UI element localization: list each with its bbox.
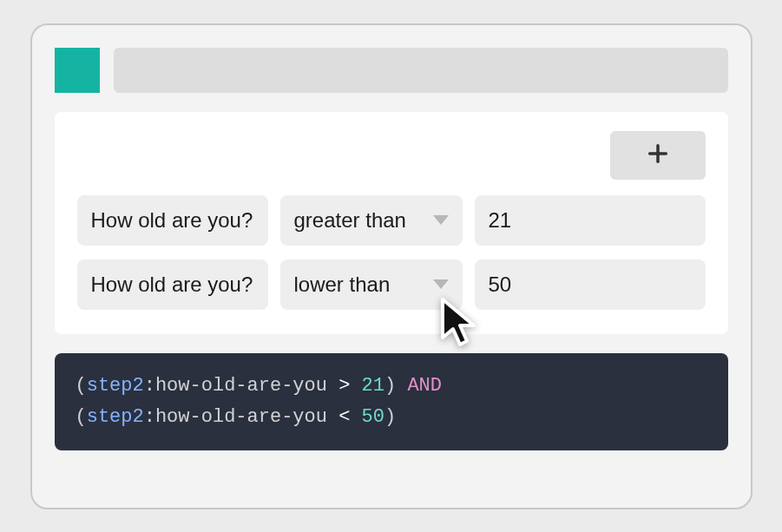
header-placeholder-bar: [114, 48, 728, 93]
conditions-rows: How old are you? greater than 21 How old…: [77, 195, 706, 310]
code-colon: :: [144, 375, 155, 397]
chevron-down-icon: [433, 279, 449, 290]
add-condition-button[interactable]: [610, 131, 706, 180]
operator-label: greater than: [294, 208, 406, 233]
value-text: 21: [489, 208, 512, 233]
value-text: 50: [489, 273, 512, 297]
paren-open: (: [76, 375, 87, 397]
step-color-swatch: [55, 48, 100, 93]
code-slug: how-old-are-you: [155, 406, 327, 428]
chevron-down-icon: [433, 215, 449, 226]
svg-marker-2: [433, 215, 449, 225]
question-select[interactable]: How old are you?: [77, 259, 268, 310]
condition-row: How old are you? greater than 21: [77, 195, 706, 246]
value-input[interactable]: 21: [475, 195, 706, 246]
code-operator: >: [338, 375, 350, 397]
svg-marker-3: [433, 279, 449, 289]
code-step: step2: [87, 406, 144, 428]
expression-preview: (step2:how-old-are-you > 21) AND (step2:…: [55, 353, 728, 451]
rule-builder-panel: How old are you? greater than 21 How old…: [30, 23, 752, 509]
plus-icon: [646, 141, 670, 168]
operator-label: lower than: [294, 273, 391, 297]
condition-row: How old are you? lower than 50: [77, 259, 706, 310]
code-step: step2: [87, 375, 144, 397]
question-label: How old are you?: [91, 208, 253, 233]
code-and: AND: [407, 375, 442, 397]
question-select[interactable]: How old are you?: [77, 195, 268, 246]
code-number: 21: [362, 375, 384, 397]
paren-close: ): [384, 406, 396, 428]
paren-close: ): [384, 375, 396, 397]
code-slug: how-old-are-you: [155, 375, 327, 397]
conditions-card: How old are you? greater than 21 How old…: [55, 112, 728, 334]
operator-select[interactable]: greater than: [280, 195, 463, 246]
paren-open: (: [76, 406, 87, 428]
code-operator: <: [338, 406, 350, 428]
code-colon: :: [144, 406, 155, 428]
question-label: How old are you?: [91, 273, 253, 297]
code-number: 50: [362, 406, 384, 428]
header-row: [55, 48, 728, 93]
conditions-toolbar: [77, 131, 706, 180]
value-input[interactable]: 50: [475, 259, 706, 310]
operator-select[interactable]: lower than: [280, 259, 463, 310]
